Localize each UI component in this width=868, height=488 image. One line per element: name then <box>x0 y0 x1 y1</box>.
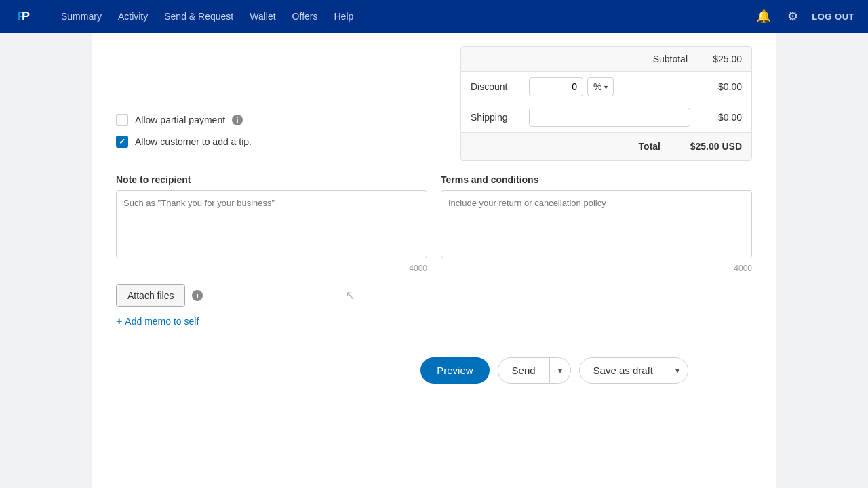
note-terms-section: Note to recipient 4000 Terms and conditi… <box>92 161 776 273</box>
draft-chevron-button[interactable]: ▾ <box>667 358 688 383</box>
attach-info-icon[interactable]: i <box>192 290 203 301</box>
settings-button[interactable]: ⚙ <box>785 6 801 26</box>
terms-char-count: 4000 <box>441 264 752 273</box>
cursor-indicator: ↖ <box>345 288 355 303</box>
notifications-button[interactable]: 🔔 <box>753 6 774 26</box>
nav-wallet[interactable]: Wallet <box>243 7 282 26</box>
nav-links: Summary Activity Send & Request Wallet O… <box>54 7 734 26</box>
add-memo-link[interactable]: + Add memo to self <box>116 315 752 327</box>
shipping-input-wrap <box>522 102 697 132</box>
discount-input[interactable] <box>529 77 583 96</box>
terms-textarea[interactable] <box>441 190 752 258</box>
page-body: Allow partial payment i Allow customer t… <box>0 33 868 488</box>
paypal-logo: P P <box>14 5 35 27</box>
nav-activity[interactable]: Activity <box>111 7 155 26</box>
nav-send-request[interactable]: Send & Request <box>157 7 240 26</box>
partial-payment-row: Allow partial payment i <box>116 114 440 126</box>
subtotal-value: $25.00 <box>697 47 751 71</box>
send-button[interactable]: Send <box>498 358 549 383</box>
nav-right: 🔔 ⚙ LOG OUT <box>753 6 854 26</box>
plus-icon: + <box>116 315 122 327</box>
memo-link-label: Add memo to self <box>125 316 199 327</box>
attach-files-button[interactable]: Attach files <box>116 284 185 307</box>
discount-type-select[interactable]: % ▾ <box>587 77 614 96</box>
discount-inputs: % ▾ <box>522 72 697 102</box>
partial-payment-label: Allow partial payment <box>135 115 225 125</box>
send-button-group: Send ▾ <box>498 357 571 384</box>
note-label: Note to recipient <box>116 174 427 185</box>
nav-summary[interactable]: Summary <box>54 7 108 26</box>
nav-help[interactable]: Help <box>327 7 360 26</box>
footer-actions: Preview Send ▾ Save as draft ▾ <box>92 341 776 397</box>
note-group: Note to recipient 4000 <box>116 174 427 273</box>
send-chevron-icon: ▾ <box>558 366 562 375</box>
discount-amount: $0.00 <box>697 75 751 99</box>
logout-button[interactable]: LOG OUT <box>812 12 854 22</box>
shipping-row: Shipping $0.00 <box>461 102 751 133</box>
subtotal-label: Subtotal <box>461 47 697 71</box>
nav-offers[interactable]: Offers <box>285 7 325 26</box>
summary-table: Subtotal $25.00 Discount % ▾ <box>460 46 752 161</box>
shipping-amount: $0.00 <box>697 105 751 129</box>
left-section: Allow partial payment i Allow customer t… <box>116 46 440 161</box>
send-chevron-button[interactable]: ▾ <box>549 358 570 383</box>
summary-section: Subtotal $25.00 Discount % ▾ <box>460 46 752 161</box>
terms-label: Terms and conditions <box>441 174 752 185</box>
shipping-label: Shipping <box>461 105 522 129</box>
navbar: P P Summary Activity Send & Request Wall… <box>0 0 868 33</box>
total-row: Total $25.00 USD <box>461 133 751 160</box>
tip-checkbox[interactable] <box>116 136 128 148</box>
draft-chevron-icon: ▾ <box>675 366 679 375</box>
discount-chevron-icon: ▾ <box>604 83 608 91</box>
svg-text:P: P <box>22 9 30 23</box>
page-wrapper: P P Summary Activity Send & Request Wall… <box>0 0 868 488</box>
preview-button[interactable]: Preview <box>420 357 489 384</box>
total-label: Total <box>461 133 670 160</box>
memo-section: + Add memo to self <box>92 315 776 327</box>
attach-section: Attach files i ↖ <box>92 284 776 307</box>
note-char-count: 4000 <box>116 264 427 273</box>
save-draft-button-group: Save as draft ▾ <box>579 357 688 384</box>
total-value: $25.00 USD <box>670 133 751 160</box>
tip-row: Allow customer to add a tip. <box>116 136 440 148</box>
discount-row: Discount % ▾ $0.00 <box>461 72 751 102</box>
save-draft-button[interactable]: Save as draft <box>580 358 667 383</box>
tip-label: Allow customer to add a tip. <box>135 136 252 147</box>
shipping-input[interactable] <box>529 108 690 127</box>
page-card: Allow partial payment i Allow customer t… <box>92 33 776 488</box>
partial-payment-checkbox[interactable] <box>116 114 128 126</box>
subtotal-row: Subtotal $25.00 <box>461 47 751 72</box>
discount-label: Discount <box>461 75 522 99</box>
partial-payment-info-icon[interactable]: i <box>232 115 243 125</box>
terms-group: Terms and conditions 4000 <box>441 174 752 273</box>
note-textarea[interactable] <box>116 190 427 258</box>
discount-type-value: % <box>593 81 601 92</box>
